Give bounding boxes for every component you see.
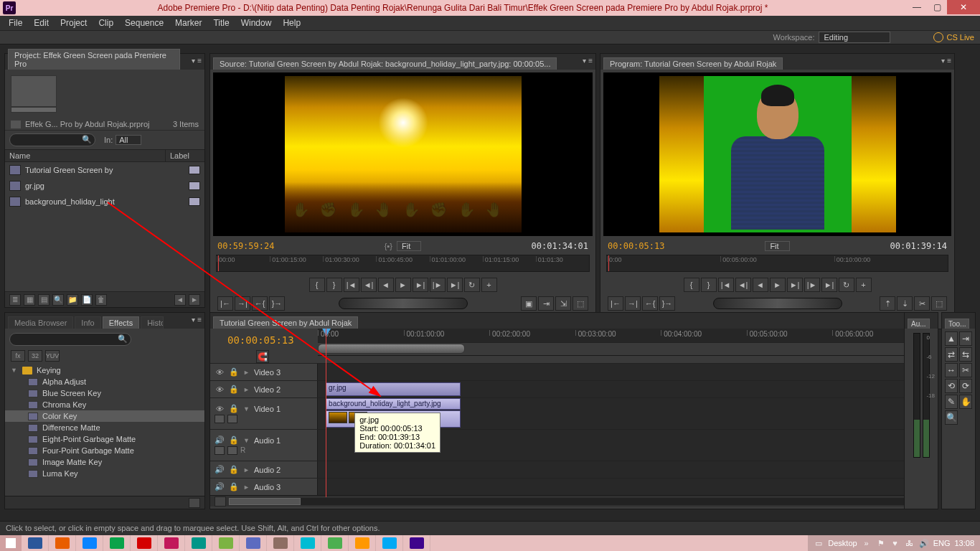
new-item-icon[interactable]: 📄 (81, 294, 93, 306)
taskbar-app[interactable] (267, 535, 294, 551)
selection-tool[interactable]: ▲ (945, 331, 958, 346)
insert-clip-icon[interactable]: ⇥ (538, 296, 554, 311)
source-ruler[interactable]: 00:00 01:00:15:00 01:00:30:00 01:00:45:0… (216, 255, 590, 272)
tab-media-browser[interactable]: Media Browser (8, 316, 73, 329)
program-zoom-dropdown[interactable]: Fit (765, 241, 789, 251)
lock-icon[interactable]: 🔒 (229, 435, 239, 445)
taskbar-app[interactable] (376, 535, 403, 551)
menu-edit[interactable]: Edit (28, 16, 55, 30)
taskbar-app[interactable] (294, 535, 321, 551)
track-lane[interactable]: background_holiday_light_party.jpg gr.jp… (318, 398, 930, 429)
track-lane[interactable] (318, 479, 930, 495)
scrollbar-thumb[interactable] (229, 498, 301, 505)
source-playhead[interactable] (218, 255, 219, 271)
column-label-header[interactable]: Label (166, 150, 204, 161)
close-button[interactable]: ✕ (947, 0, 980, 14)
tab-info[interactable]: Info (75, 316, 100, 329)
track-toggle-icon[interactable] (227, 415, 237, 423)
go-out-icon[interactable]: }→ (659, 296, 675, 311)
track-toggle-icon[interactable] (227, 446, 237, 455)
eye-icon[interactable]: 👁 (215, 385, 225, 394)
new-bin-icon[interactable] (189, 498, 200, 508)
play-reverse-button[interactable]: ◄ (753, 278, 768, 292)
effect-item[interactable]: Image Matte Key (5, 456, 204, 468)
loop-button[interactable]: ↻ (464, 278, 480, 292)
slip-tool[interactable]: ⟲ (945, 379, 958, 393)
go-in-icon[interactable]: ←{ (252, 296, 268, 311)
track-header[interactable]: 🔊🔒▼Audio 1 R (210, 430, 318, 461)
taskbar-app[interactable] (321, 535, 349, 551)
automate-icon[interactable]: ▤ (38, 294, 50, 306)
project-tab[interactable]: Project: Effek Green Screen pada Premier… (8, 49, 180, 70)
program-viewport[interactable] (603, 72, 951, 236)
eye-icon[interactable]: 👁 (215, 368, 225, 377)
preview-scrub[interactable] (11, 107, 57, 113)
marker-icon[interactable]: {▪} (385, 242, 392, 250)
overwrite-clip-icon[interactable]: ⇲ (555, 296, 571, 311)
speaker-icon[interactable]: 🔊 (215, 435, 225, 445)
list-view-icon[interactable]: ≣ (9, 294, 21, 306)
effect-item[interactable]: Difference Matte (5, 422, 204, 433)
track-lane[interactable] (318, 461, 930, 478)
effects-folder[interactable]: ▼Keying (5, 364, 204, 376)
track-lane[interactable] (318, 364, 930, 380)
icon-view-icon[interactable]: ▦ (24, 294, 35, 306)
track-toggle-icon[interactable] (215, 446, 225, 455)
go-to-out-button[interactable]: |► (804, 278, 820, 292)
timeline-scrollbar[interactable] (229, 498, 926, 505)
menu-title[interactable]: Title (207, 16, 235, 30)
label-swatch[interactable] (189, 197, 200, 206)
effect-item[interactable]: Alpha Adjust (5, 376, 204, 387)
mark-out-button[interactable]: } (326, 278, 342, 292)
panel-menu-icon[interactable]: ▾ ≡ (192, 316, 202, 324)
tray-icon[interactable]: ⚑ (876, 538, 886, 548)
effect-item[interactable]: Color Key (5, 410, 204, 422)
find-icon[interactable]: 🔍 (52, 294, 64, 306)
rolling-edit-tool[interactable]: ⇆ (959, 347, 972, 362)
taskbar-app[interactable] (349, 535, 376, 551)
effect-item[interactable]: Luma Key (5, 468, 204, 479)
scroll-right-icon[interactable]: ► (189, 294, 200, 306)
jog-wheel[interactable] (339, 298, 468, 309)
taskbar-app[interactable] (49, 535, 76, 551)
cslive-button[interactable]: CS Live (933, 32, 974, 42)
effect-item[interactable]: Chroma Key (5, 399, 204, 410)
tools-tab[interactable]: Too... (945, 319, 969, 329)
speaker-icon[interactable]: 🔊 (215, 482, 225, 491)
mark-out-button[interactable]: } (701, 278, 717, 292)
scroll-left-icon[interactable]: ◄ (174, 294, 186, 306)
step-back-button[interactable]: ◄| (735, 278, 751, 292)
more-button[interactable]: + (481, 278, 497, 292)
maximize-button[interactable]: ▢ (927, 0, 947, 14)
go-to-in-button[interactable]: |◄ (344, 278, 359, 292)
razor-tool[interactable]: ✂ (959, 363, 972, 377)
program-ruler[interactable]: 0:00 00:05:00:00 00:10:00:00 (606, 255, 948, 272)
menu-clip[interactable]: Clip (93, 16, 119, 30)
track-header[interactable]: 👁🔒►Video 3 (210, 364, 318, 380)
step-forward-button[interactable]: ►| (787, 278, 803, 292)
clock[interactable]: 13:08 (954, 539, 974, 547)
mark-in-button[interactable]: { (684, 278, 699, 292)
menu-project[interactable]: Project (55, 16, 93, 30)
taskbar-app[interactable] (212, 535, 240, 551)
lock-icon[interactable]: 🔒 (229, 404, 239, 413)
tray-icon[interactable]: ♥ (890, 538, 900, 548)
step-forward-button[interactable]: ►| (413, 278, 428, 292)
tab-effects[interactable]: Effects (103, 316, 139, 329)
program-tab[interactable]: Program: Tutorial Green Screen by Abdul … (603, 57, 783, 70)
menu-marker[interactable]: Marker (169, 16, 207, 30)
tab-history[interactable]: History (141, 316, 164, 329)
project-item[interactable]: gr.jpg (5, 178, 204, 194)
set-out-icon[interactable]: →| (625, 296, 641, 311)
taskbar-app[interactable] (103, 535, 131, 551)
jog-wheel[interactable] (713, 298, 842, 309)
go-out-icon[interactable]: }→ (269, 296, 285, 311)
taskbar-app[interactable] (185, 535, 212, 551)
menu-window[interactable]: Window (235, 16, 278, 30)
go-in-icon[interactable]: ←{ (642, 296, 658, 311)
eye-icon[interactable]: 👁 (215, 405, 225, 413)
yuv-icon[interactable]: YUV (45, 350, 60, 362)
track-header[interactable]: 👁🔒►Video 2 (210, 381, 318, 397)
go-to-out-button[interactable]: |► (430, 278, 446, 292)
menu-file[interactable]: File (3, 16, 28, 30)
